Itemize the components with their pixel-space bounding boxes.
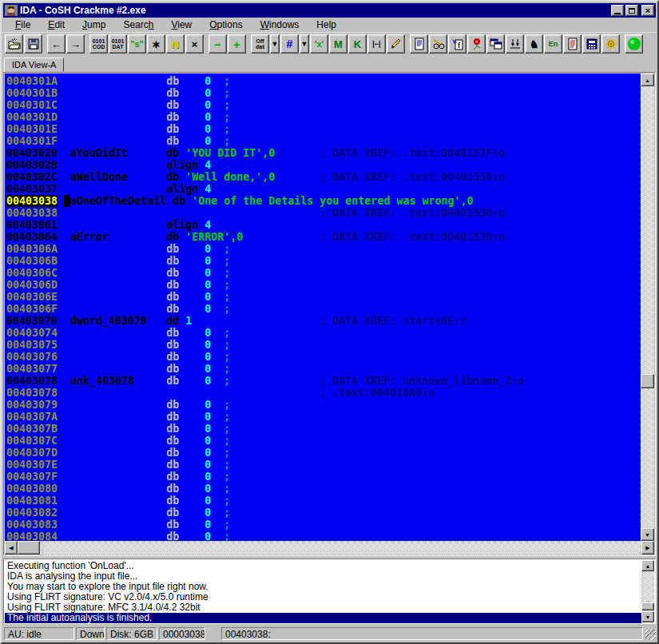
listing-line[interactable]: 00403080 db 0 ; — [6, 483, 641, 495]
make-name-button[interactable]: N — [166, 34, 185, 54]
rename-button[interactable] — [387, 34, 405, 54]
vertical-scroll-thumb[interactable] — [641, 374, 654, 388]
make-code-icon: 0101COD — [93, 38, 105, 50]
struct-button[interactable]: K — [348, 34, 367, 54]
tab-ida-view-a[interactable]: IDA View-A — [4, 58, 64, 72]
listing-line[interactable]: 00403075 db 0 ; — [6, 339, 641, 351]
number-menu-button[interactable]: ▼ — [300, 34, 309, 54]
listing-line[interactable]: 00403064 aError db 'ERROR',0 ; DATA XREF… — [6, 231, 641, 243]
menu-windows[interactable]: Windows — [255, 18, 305, 31]
listing-line[interactable]: 0040307D db 0 ; — [6, 447, 641, 459]
listing-line[interactable]: 0040306B db 0 ; — [6, 255, 641, 267]
horizontal-scrollbar[interactable]: ◀ ▶ — [5, 541, 654, 555]
encoding-button[interactable]: En — [544, 34, 562, 54]
listing-line[interactable]: 0040302B align 4 — [6, 159, 641, 171]
window-cascade-button[interactable] — [486, 34, 505, 54]
save-file-button[interactable] — [24, 34, 42, 54]
analysis-indicator[interactable] — [625, 34, 643, 54]
menu-jump[interactable]: Jump — [77, 18, 111, 31]
menu-edit[interactable]: Edit — [42, 18, 70, 31]
listing-line[interactable]: 00403082 db 0 ; — [6, 507, 641, 519]
messages-scroll-thumb[interactable] — [641, 602, 654, 610]
menu-help[interactable]: Help — [311, 18, 342, 31]
message-line-highlighted[interactable]: The initial autoanalysis is finished. — [5, 613, 641, 623]
disassembly-listing[interactable]: 0040301A db 0 ;0040301B db 0 ;0040301C d… — [5, 74, 641, 541]
messages-scroll-up-button[interactable]: ▲ — [641, 560, 654, 571]
gear-button[interactable] — [601, 34, 620, 54]
listing-line[interactable]: 0040301A db 0 ; — [6, 75, 641, 87]
listing-line[interactable]: 00403074 db 0 ; — [6, 327, 641, 339]
listing-line[interactable]: 00403079 db 0 ; — [6, 399, 641, 411]
problems-button[interactable]: ♞ — [525, 34, 543, 54]
messages-scrollbar[interactable]: ▲ ▼ — [641, 560, 654, 622]
listing-line[interactable]: 0040306D db 0 ; — [6, 279, 641, 291]
listing-line[interactable]: 00403083 db 0 ; — [6, 519, 641, 531]
make-string-button[interactable]: "s" — [128, 34, 146, 54]
calculator-button[interactable] — [582, 34, 601, 54]
horizontal-scroll-thumb[interactable] — [18, 541, 40, 555]
options-button[interactable] — [429, 34, 447, 54]
listing-line[interactable]: 00403038 aOneOfTheDetail db 'One of the … — [6, 195, 641, 207]
listing-line[interactable]: 0040306A db 0 ; — [6, 243, 641, 255]
signature-button[interactable] — [506, 34, 524, 54]
listing-line[interactable]: 0040301C db 0 ; — [6, 99, 641, 111]
function-jump-button[interactable]: f — [448, 34, 466, 54]
listing-line[interactable]: 00403077 db 0 ; — [6, 363, 641, 375]
listing-line[interactable]: 0040301D db 0 ; — [6, 111, 641, 123]
scroll-up-button[interactable]: ▲ — [641, 74, 654, 86]
offset-menu-button[interactable]: ▼ — [270, 34, 280, 54]
maximize-button[interactable] — [625, 5, 638, 16]
listing-line[interactable]: 0040307E db 0 ; — [6, 459, 641, 471]
scroll-down-button[interactable]: ▼ — [641, 528, 654, 541]
colors-button[interactable] — [467, 34, 486, 54]
align-button[interactable]: |−| — [367, 34, 386, 54]
listing-line[interactable]: 00403070 dword_403070 dd 1 ; DATA XREF: … — [6, 315, 641, 327]
scroll-left-button[interactable]: ◀ — [5, 541, 18, 555]
listing-line[interactable]: 00403020 aYouDidIt db 'YOU DID IT',0 ; D… — [6, 147, 641, 159]
listing-line[interactable]: 0040306C db 0 ; — [6, 267, 641, 279]
make-array-button[interactable]: ∗ — [147, 34, 165, 54]
listing-line[interactable]: 0040307B db 0 ; — [6, 423, 641, 435]
listing-line[interactable]: 00403081 db 0 ; — [6, 495, 641, 507]
hide-item-button[interactable]: − — [208, 34, 227, 54]
listing-line[interactable]: 0040301F db 0 ; — [6, 135, 641, 147]
listing-line[interactable]: 0040301E db 0 ; — [6, 123, 641, 135]
make-data-button[interactable]: 0101DAT — [109, 34, 127, 54]
listing-line[interactable]: 0040306E db 0 ; — [6, 291, 641, 303]
resize-grip[interactable] — [645, 630, 656, 640]
report-button[interactable] — [563, 34, 582, 54]
segments-button[interactable] — [410, 34, 428, 54]
listing-line[interactable]: 00403061 align 4 — [6, 219, 641, 231]
listing-line[interactable]: 0040302C aWellDone db 'Well done,',0 ; D… — [6, 171, 641, 183]
undefine-button[interactable]: × — [185, 34, 204, 54]
jump-back-button[interactable]: ← — [47, 34, 66, 54]
messages-scroll-down-button[interactable]: ▼ — [641, 611, 654, 622]
scroll-right-button[interactable]: ▶ — [641, 541, 654, 555]
listing-line[interactable]: 00403038 ; DATA XREF: .text:0040153D↑o — [6, 207, 641, 219]
close-button[interactable]: × — [641, 5, 654, 16]
listing-line[interactable]: 00403078 ; .text:004010A0↑o — [6, 387, 641, 399]
make-code-button[interactable]: 0101COD — [89, 34, 108, 54]
menu-search[interactable]: Search — [117, 18, 159, 31]
listing-line[interactable]: 0040306F db 0 ; — [6, 303, 641, 315]
number-button[interactable]: # — [280, 34, 299, 54]
menu-file[interactable]: File — [10, 18, 36, 31]
listing-line[interactable]: 0040307F db 0 ; — [6, 471, 641, 483]
listing-line[interactable]: 00403084 db 0 ; — [6, 531, 641, 541]
menu-view[interactable]: View — [165, 18, 197, 31]
listing-line[interactable]: 0040301B db 0 ; — [6, 87, 641, 99]
unhide-item-button[interactable]: + — [228, 34, 246, 54]
char-button[interactable]: 'x' — [310, 34, 328, 54]
listing-line[interactable]: 0040307C db 0 ; — [6, 435, 641, 447]
listing-line[interactable]: 00403078 unk_403078 db 0 ; ; DATA XREF: … — [6, 375, 641, 387]
menu-options[interactable]: Options — [204, 18, 248, 31]
listing-line[interactable]: 00403076 db 0 ; — [6, 351, 641, 363]
minimize-button[interactable] — [611, 5, 624, 16]
vertical-scrollbar[interactable]: ▲ ▼ — [641, 74, 654, 541]
offset-button[interactable]: Offdat — [251, 34, 269, 54]
enum-button[interactable]: M — [329, 34, 347, 54]
jump-forward-button[interactable]: → — [66, 34, 85, 54]
listing-line[interactable]: 0040307A db 0 ; — [6, 411, 641, 423]
open-file-button[interactable] — [5, 34, 23, 54]
listing-line[interactable]: 00403037 align 4 — [6, 183, 641, 195]
